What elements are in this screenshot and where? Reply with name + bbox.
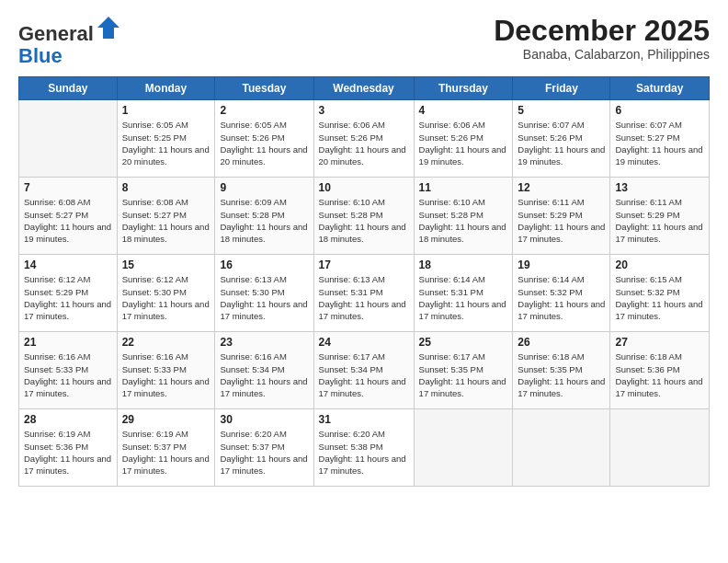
day-number: 4 [419, 104, 508, 117]
month-title: December 2025 [494, 15, 710, 47]
calendar-cell: 31Sunrise: 6:20 AMSunset: 5:38 PMDayligh… [313, 409, 414, 487]
day-info: Sunrise: 6:19 AMSunset: 5:36 PMDaylight:… [24, 428, 112, 477]
day-info: Sunrise: 6:19 AMSunset: 5:37 PMDaylight:… [122, 428, 210, 477]
day-info: Sunrise: 6:05 AMSunset: 5:26 PMDaylight:… [220, 119, 308, 167]
day-info: Sunrise: 6:05 AMSunset: 5:25 PMDaylight:… [122, 119, 210, 167]
day-number: 5 [518, 104, 605, 117]
calendar-week-4: 28Sunrise: 6:19 AMSunset: 5:36 PMDayligh… [19, 409, 710, 487]
calendar-cell: 7Sunrise: 6:08 AMSunset: 5:27 PMDaylight… [19, 178, 118, 255]
calendar-cell: 27Sunrise: 6:18 AMSunset: 5:36 PMDayligh… [610, 332, 710, 409]
day-info: Sunrise: 6:16 AMSunset: 5:34 PMDaylight:… [220, 350, 308, 399]
calendar-cell: 6Sunrise: 6:07 AMSunset: 5:27 PMDaylight… [610, 100, 710, 178]
calendar-cell: 22Sunrise: 6:16 AMSunset: 5:33 PMDayligh… [117, 332, 215, 409]
logo: General Blue [18, 15, 121, 67]
day-info: Sunrise: 6:15 AMSunset: 5:32 PMDaylight:… [615, 273, 704, 322]
calendar-cell: 25Sunrise: 6:17 AMSunset: 5:35 PMDayligh… [414, 332, 513, 409]
day-number: 25 [419, 336, 508, 349]
title-block: December 2025 Banaba, Calabarzon, Philip… [494, 15, 710, 62]
calendar-cell: 17Sunrise: 6:13 AMSunset: 5:31 PMDayligh… [313, 255, 414, 332]
day-number: 14 [24, 259, 112, 271]
day-number: 12 [518, 181, 605, 194]
day-info: Sunrise: 6:17 AMSunset: 5:35 PMDaylight:… [419, 350, 508, 399]
calendar-week-1: 7Sunrise: 6:08 AMSunset: 5:27 PMDaylight… [19, 178, 710, 255]
day-info: Sunrise: 6:20 AMSunset: 5:37 PMDaylight:… [220, 428, 308, 477]
day-info: Sunrise: 6:12 AMSunset: 5:30 PMDaylight:… [122, 273, 210, 322]
day-number: 2 [220, 104, 308, 117]
calendar-cell: 2Sunrise: 6:05 AMSunset: 5:26 PMDaylight… [215, 100, 313, 178]
calendar-cell: 21Sunrise: 6:16 AMSunset: 5:33 PMDayligh… [19, 332, 118, 409]
day-number: 7 [24, 181, 112, 194]
page: General Blue December 2025 Banaba, Calab… [0, 0, 728, 563]
calendar: SundayMondayTuesdayWednesdayThursdayFrid… [18, 76, 710, 487]
calendar-dow-wednesday: Wednesday [313, 77, 414, 100]
location: Banaba, Calabarzon, Philippines [494, 47, 710, 62]
day-number: 11 [419, 181, 508, 194]
day-info: Sunrise: 6:10 AMSunset: 5:28 PMDaylight:… [419, 196, 508, 245]
day-number: 1 [122, 104, 210, 117]
day-number: 8 [122, 181, 210, 194]
calendar-cell [414, 409, 513, 487]
day-number: 9 [220, 181, 308, 194]
day-number: 20 [615, 259, 704, 271]
day-info: Sunrise: 6:13 AMSunset: 5:31 PMDaylight:… [319, 273, 409, 322]
day-number: 23 [220, 336, 308, 349]
day-number: 30 [220, 413, 308, 426]
day-info: Sunrise: 6:16 AMSunset: 5:33 PMDaylight:… [122, 350, 210, 399]
header: General Blue December 2025 Banaba, Calab… [18, 15, 710, 67]
day-info: Sunrise: 6:08 AMSunset: 5:27 PMDaylight:… [122, 196, 210, 245]
calendar-dow-sunday: Sunday [19, 77, 118, 100]
calendar-cell: 15Sunrise: 6:12 AMSunset: 5:30 PMDayligh… [117, 255, 215, 332]
day-number: 31 [319, 413, 409, 426]
calendar-cell: 4Sunrise: 6:06 AMSunset: 5:26 PMDaylight… [414, 100, 513, 178]
calendar-cell: 20Sunrise: 6:15 AMSunset: 5:32 PMDayligh… [610, 255, 710, 332]
day-info: Sunrise: 6:20 AMSunset: 5:38 PMDaylight:… [319, 428, 409, 477]
calendar-cell: 28Sunrise: 6:19 AMSunset: 5:36 PMDayligh… [19, 409, 118, 487]
day-number: 3 [319, 104, 409, 117]
calendar-cell: 3Sunrise: 6:06 AMSunset: 5:26 PMDaylight… [313, 100, 414, 178]
day-info: Sunrise: 6:18 AMSunset: 5:35 PMDaylight:… [518, 350, 605, 399]
logo-general-text: General [18, 22, 94, 45]
calendar-cell: 19Sunrise: 6:14 AMSunset: 5:32 PMDayligh… [513, 255, 610, 332]
day-number: 19 [518, 259, 605, 271]
calendar-cell: 1Sunrise: 6:05 AMSunset: 5:25 PMDaylight… [117, 100, 215, 178]
day-number: 28 [24, 413, 112, 426]
calendar-cell: 10Sunrise: 6:10 AMSunset: 5:28 PMDayligh… [313, 178, 414, 255]
calendar-cell: 13Sunrise: 6:11 AMSunset: 5:29 PMDayligh… [610, 178, 710, 255]
calendar-dow-thursday: Thursday [414, 77, 513, 100]
day-info: Sunrise: 6:12 AMSunset: 5:29 PMDaylight:… [24, 273, 112, 322]
calendar-cell: 14Sunrise: 6:12 AMSunset: 5:29 PMDayligh… [19, 255, 118, 332]
day-info: Sunrise: 6:06 AMSunset: 5:26 PMDaylight:… [319, 119, 409, 167]
logo-icon [96, 15, 121, 40]
day-number: 29 [122, 413, 210, 426]
svg-marker-0 [97, 17, 119, 39]
day-number: 10 [319, 181, 409, 194]
calendar-week-0: 1Sunrise: 6:05 AMSunset: 5:25 PMDaylight… [19, 100, 710, 178]
day-number: 24 [319, 336, 409, 349]
day-info: Sunrise: 6:11 AMSunset: 5:29 PMDaylight:… [615, 196, 704, 245]
calendar-cell [610, 409, 710, 487]
calendar-cell: 8Sunrise: 6:08 AMSunset: 5:27 PMDaylight… [117, 178, 215, 255]
calendar-cell: 26Sunrise: 6:18 AMSunset: 5:35 PMDayligh… [513, 332, 610, 409]
day-info: Sunrise: 6:07 AMSunset: 5:26 PMDaylight:… [518, 119, 605, 167]
day-info: Sunrise: 6:10 AMSunset: 5:28 PMDaylight:… [319, 196, 409, 245]
calendar-week-2: 14Sunrise: 6:12 AMSunset: 5:29 PMDayligh… [19, 255, 710, 332]
calendar-cell: 5Sunrise: 6:07 AMSunset: 5:26 PMDaylight… [513, 100, 610, 178]
day-info: Sunrise: 6:11 AMSunset: 5:29 PMDaylight:… [518, 196, 605, 245]
calendar-dow-saturday: Saturday [610, 77, 710, 100]
day-info: Sunrise: 6:06 AMSunset: 5:26 PMDaylight:… [419, 119, 508, 167]
calendar-week-3: 21Sunrise: 6:16 AMSunset: 5:33 PMDayligh… [19, 332, 710, 409]
day-number: 18 [419, 259, 508, 271]
logo-blue-text: Blue [18, 44, 63, 67]
day-number: 22 [122, 336, 210, 349]
day-info: Sunrise: 6:07 AMSunset: 5:27 PMDaylight:… [615, 119, 704, 167]
calendar-header-row: SundayMondayTuesdayWednesdayThursdayFrid… [19, 77, 710, 100]
day-info: Sunrise: 6:18 AMSunset: 5:36 PMDaylight:… [615, 350, 704, 399]
day-number: 15 [122, 259, 210, 271]
day-info: Sunrise: 6:13 AMSunset: 5:30 PMDaylight:… [220, 273, 308, 322]
calendar-cell: 29Sunrise: 6:19 AMSunset: 5:37 PMDayligh… [117, 409, 215, 487]
day-number: 17 [319, 259, 409, 271]
day-info: Sunrise: 6:17 AMSunset: 5:34 PMDaylight:… [319, 350, 409, 399]
day-number: 6 [615, 104, 704, 117]
day-info: Sunrise: 6:14 AMSunset: 5:31 PMDaylight:… [419, 273, 508, 322]
calendar-cell: 30Sunrise: 6:20 AMSunset: 5:37 PMDayligh… [215, 409, 313, 487]
